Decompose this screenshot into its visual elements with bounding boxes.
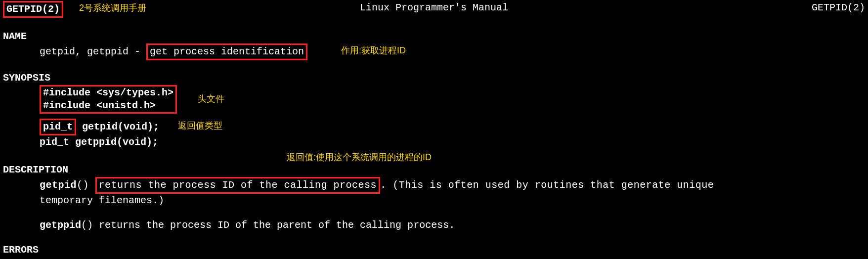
synopsis-proto-2: pid_t getppid(void);: [0, 135, 868, 149]
name-highlight: get process identification: [146, 43, 307, 60]
header-right-title: GETPID(2): [812, 1, 865, 18]
annotation-header-files: 头文件: [198, 93, 224, 105]
proto1-rest: getpid(void);: [76, 121, 159, 132]
name-prefix: getpid, getppid -: [40, 46, 146, 57]
annotation-return-type: 返回值类型: [178, 120, 222, 132]
annotation-section-manual: 2号系统调用手册: [79, 2, 146, 14]
header-left-title: GETPID(2): [3, 1, 63, 18]
annotation-purpose: 作用:获取进程ID: [341, 44, 406, 57]
desc-getppid-rest: () returns the process ID of the parent …: [81, 219, 455, 231]
annotation-return-value: 返回值:使用这个系统调用的进程的ID: [287, 151, 432, 164]
section-heading-errors: ERRORS: [0, 243, 868, 257]
section-heading-synopsis: SYNOPSIS: [0, 71, 868, 85]
desc-getpid-highlight: returns the process ID of the calling pr…: [95, 177, 381, 194]
description-getpid-line1: getpid() returns the process ID of the c…: [0, 177, 868, 194]
proto1-return-type: pid_t: [40, 119, 76, 135]
desc-getpid-rest1: . (This is often used by routines that g…: [380, 179, 714, 191]
synopsis-proto-1: pid_t getpid(void); 返回值类型: [0, 119, 868, 135]
name-line: getpid, getppid - get process identifica…: [0, 43, 868, 60]
include-line-1: #include <sys/types.h>: [43, 87, 174, 98]
desc-getppid-fn: getppid: [40, 219, 81, 231]
description-getppid-line: getppid() returns the process ID of the …: [0, 218, 868, 232]
desc-getpid-paren: (): [77, 179, 95, 191]
desc-getpid-fn: getpid: [40, 179, 77, 191]
section-heading-description: DESCRIPTION: [0, 163, 868, 177]
manpage-header: GETPID(2) Linux Programmer's Manual GETP…: [0, 0, 868, 19]
synopsis-includes: #include <sys/types.h> #include <unistd.…: [0, 85, 868, 114]
description-getpid-line2: temporary filenames.): [0, 194, 868, 208]
header-center-title: Linux Programmer's Manual: [360, 1, 508, 15]
section-heading-name: NAME: [0, 30, 868, 43]
include-line-2: #include <unistd.h>: [43, 100, 156, 111]
